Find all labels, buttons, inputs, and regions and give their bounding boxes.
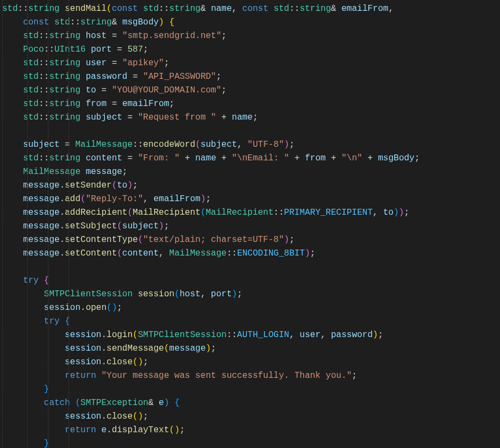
code-line: std::string user = "apikey"; xyxy=(2,58,169,68)
code-line: try { xyxy=(2,276,49,285)
code-line: std::string sendMail(const std::string& … xyxy=(2,4,393,14)
code-line: subject = MailMessage::encodeWord(subjec… xyxy=(2,140,295,150)
code-line: std::string password = "API_PASSWORD"; xyxy=(2,72,221,82)
code-line: catch (SMTPException& e) { xyxy=(2,398,180,408)
code-line: session.close(); xyxy=(2,357,148,367)
code-line: message.setSubject(subject); xyxy=(2,221,169,231)
code-line: std::string content = "From: " + name + … xyxy=(2,153,420,163)
code-line: const std::string& msgBody) { xyxy=(2,17,174,27)
code-line: return "Your message was sent successful… xyxy=(2,371,357,381)
code-line: session.open(); xyxy=(2,303,122,313)
code-line xyxy=(2,126,8,136)
code-line xyxy=(2,262,8,272)
code-line: } xyxy=(2,384,49,394)
code-line: std::string from = emailFrom; xyxy=(2,99,174,109)
code-line: } xyxy=(2,439,49,448)
code-line: session.close(); xyxy=(2,412,148,421)
code-line: session.sendMessage(message); xyxy=(2,344,216,353)
code-line: Poco::UInt16 port = 587; xyxy=(2,45,148,54)
code-line: message.setSender(to); xyxy=(2,181,138,190)
code-line: std::string subject = "Request from " + … xyxy=(2,113,258,122)
code-line: MailMessage message; xyxy=(2,167,127,177)
code-line: message.add("Reply-To:", emailFrom); xyxy=(2,194,211,204)
code-line: session.login(SMTPClientSession::AUTH_LO… xyxy=(2,330,383,340)
code-line: SMTPClientSession session(host, port); xyxy=(2,289,242,299)
code-line: message.setContent(content, MailMessage:… xyxy=(2,248,315,258)
code-line: std::string host = "smtp.sendgrid.net"; xyxy=(2,31,227,41)
code-line: try { xyxy=(2,316,70,326)
code-line: std::string to = "YOU@YOUR_DOMAIN.com"; xyxy=(2,85,227,95)
code-line: message.addRecipient(MailRecipient(MailR… xyxy=(2,208,409,217)
code-line: message.setContentType("text/plain; char… xyxy=(2,235,295,245)
code-line: return e.displayText(); xyxy=(2,425,185,435)
code-editor[interactable]: std::string sendMail(const std::string& … xyxy=(0,0,500,448)
